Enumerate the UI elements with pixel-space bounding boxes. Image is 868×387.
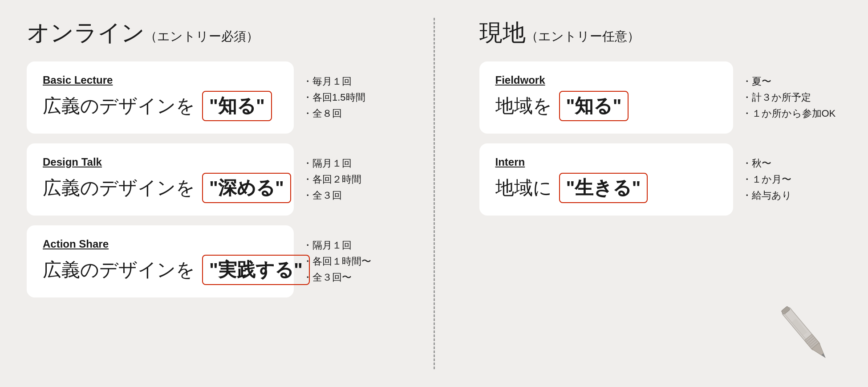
intern-bullet-1: ・１か月〜 [742,173,831,186]
design-talk-highlight: "深める" [202,173,291,203]
basic-lecture-keyword: "知る" [209,94,265,118]
intern-card: Intern 地域に "生きる" [479,143,733,216]
fieldwork-bullet-2: ・１か所から参加OK [742,107,836,120]
action-share-card: Action Share 広義のデザインを "実践する" [27,225,294,297]
design-talk-keyword: "深める" [209,175,284,200]
fieldwork-row: Fieldwork 地域を "知る" ・夏〜 ・計３か所予定 ・１か所から参加O… [479,61,842,134]
intern-bullets: ・秋〜 ・１か月〜 ・給与あり [742,157,831,202]
online-cards: Basic Lecture 広義のデザインを "知る" ・毎月１回 ・各回1.5… [27,61,389,369]
intern-title: Intern [495,156,648,168]
design-talk-bullet-2: ・全３回 [303,189,374,202]
action-share-row: Action Share 広義のデザインを "実践する" ・隔月１回 ・各回１時… [27,225,389,297]
fieldwork-bullet-1: ・計３か所予定 [742,91,836,104]
action-share-prefix: 広義のデザインを [43,257,195,282]
action-share-highlight: "実践する" [202,255,310,285]
intern-row: Intern 地域に "生きる" ・秋〜 ・１か月〜 ・給与あり [479,143,842,216]
action-share-bullets: ・隔月１回 ・各回１時間〜 ・全３回〜 [303,239,374,284]
action-share-bullet-0: ・隔月１回 [303,239,374,252]
intern-highlight: "生きる" [559,173,648,203]
online-header: オンライン（エントリー必須） [27,18,389,48]
basic-lecture-bullet-1: ・各回1.5時間 [303,91,374,104]
fieldwork-main: 地域を "知る" [495,91,629,121]
action-share-title: Action Share [43,238,310,250]
basic-lecture-bullet-2: ・全８回 [303,107,374,120]
fieldwork-content: Fieldwork 地域を "知る" [495,74,629,121]
genchi-title-sub: （エントリー任意） [526,29,640,43]
genchi-header: 現地（エントリー任意） [479,18,842,48]
section-divider [434,18,435,369]
fieldwork-keyword: "知る" [566,94,622,118]
fieldwork-highlight: "知る" [559,91,629,121]
fieldwork-title: Fieldwork [495,74,629,86]
online-title-large: オンライン [27,20,145,45]
intern-prefix: 地域に [495,175,552,200]
basic-lecture-prefix: 広義のデザインを [43,94,195,118]
basic-lecture-content: Basic Lecture 広義のデザインを "知る" [43,74,272,121]
basic-lecture-title: Basic Lecture [43,74,272,86]
main-container: オンライン（エントリー必須） Basic Lecture 広義のデザインを "知… [0,0,868,387]
design-talk-bullets: ・隔月１回 ・各回２時間 ・全３回 [303,157,374,202]
online-section: オンライン（エントリー必須） Basic Lecture 広義のデザインを "知… [27,18,425,369]
pen-illustration [770,298,841,369]
fieldwork-bullet-0: ・夏〜 [742,75,836,88]
action-share-bullet-2: ・全３回〜 [303,271,374,284]
design-talk-row: Design Talk 広義のデザインを "深める" ・隔月１回 ・各回２時間 … [27,143,389,216]
fieldwork-prefix: 地域を [495,94,552,118]
pen-svg [770,298,841,369]
design-talk-title: Design Talk [43,156,291,168]
design-talk-bullet-1: ・各回２時間 [303,173,374,186]
basic-lecture-highlight: "知る" [202,91,272,121]
basic-lecture-main: 広義のデザインを "知る" [43,91,272,121]
intern-keyword: "生きる" [566,175,641,200]
intern-content: Intern 地域に "生きる" [495,156,648,203]
design-talk-card: Design Talk 広義のデザインを "深める" [27,143,294,216]
action-share-main: 広義のデザインを "実践する" [43,255,310,285]
design-talk-bullet-0: ・隔月１回 [303,157,374,170]
fieldwork-card: Fieldwork 地域を "知る" [479,61,733,134]
fieldwork-bullets: ・夏〜 ・計３か所予定 ・１か所から参加OK [742,75,836,120]
intern-main: 地域に "生きる" [495,173,648,203]
online-title-sub: （エントリー必須） [145,29,259,43]
intern-bullet-2: ・給与あり [742,189,831,202]
genchi-title-large: 現地 [479,20,526,45]
action-share-keyword: "実践する" [209,257,303,282]
intern-bullet-0: ・秋〜 [742,157,831,170]
basic-lecture-row: Basic Lecture 広義のデザインを "知る" ・毎月１回 ・各回1.5… [27,61,389,134]
action-share-content: Action Share 広義のデザインを "実践する" [43,238,310,285]
basic-lecture-bullets: ・毎月１回 ・各回1.5時間 ・全８回 [303,75,374,120]
basic-lecture-card: Basic Lecture 広義のデザインを "知る" [27,61,294,134]
design-talk-main: 広義のデザインを "深める" [43,173,291,203]
design-talk-prefix: 広義のデザインを [43,175,195,200]
basic-lecture-bullet-0: ・毎月１回 [303,75,374,88]
design-talk-content: Design Talk 広義のデザインを "深める" [43,156,291,203]
action-share-bullet-1: ・各回１時間〜 [303,255,374,268]
